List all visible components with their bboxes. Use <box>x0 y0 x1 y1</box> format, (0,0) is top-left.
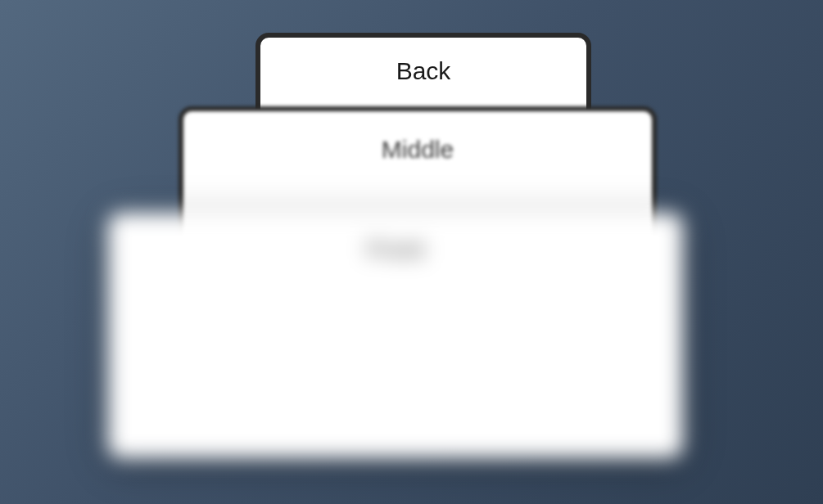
card-middle-label: Middle <box>183 111 652 164</box>
card-front-label: Front <box>108 213 683 263</box>
card-back-label: Back <box>260 38 586 85</box>
card-front: Front <box>108 213 683 458</box>
depth-of-field-stage: Back Middle Front <box>0 0 823 504</box>
